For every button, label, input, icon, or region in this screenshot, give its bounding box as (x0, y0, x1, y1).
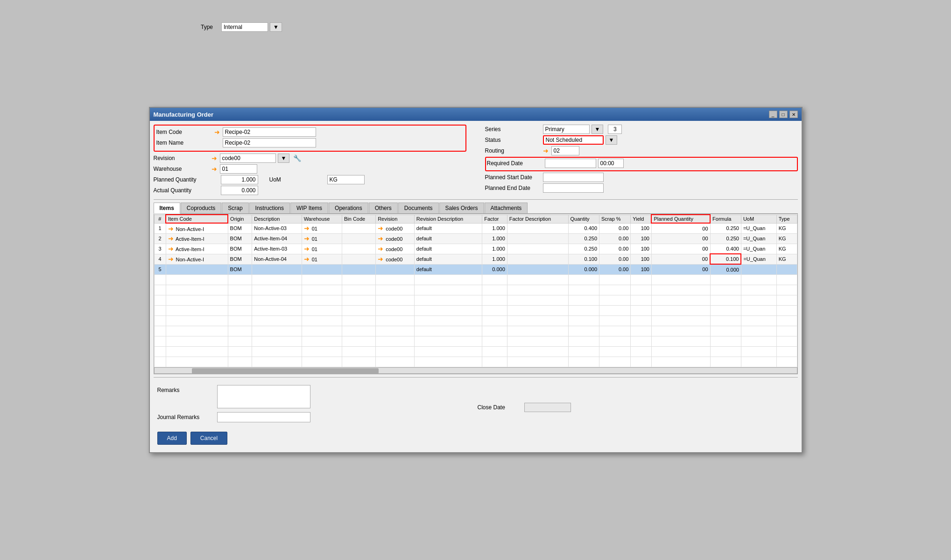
table-row-selected[interactable]: 5 BOM default 0.000 0.000 0.00 (154, 264, 797, 274)
window-title: Manufacturing Order (154, 111, 214, 118)
col-planned-qty: Planned Quantity (651, 215, 710, 223)
table-row[interactable]: 1 ➜ Non-Active-I BOM Non-Active-03 ➜ 01 … (154, 223, 797, 233)
minimize-button[interactable]: _ (769, 111, 777, 118)
remarks-input[interactable] (217, 385, 310, 408)
cancel-button[interactable]: Cancel (190, 432, 227, 445)
cell-num-2: 2 (154, 233, 166, 244)
revision-dropdown-button[interactable]: ▼ (278, 154, 290, 163)
content-area: Item Code ➜ Item Name Revision ➜ ▼ 🔧 (150, 121, 802, 452)
warehouse-arrow-icon: ➜ (211, 165, 217, 173)
scrollbar-thumb[interactable] (192, 368, 379, 374)
col-origin: Origin (228, 215, 252, 223)
cell-desc-2: Active-Item-04 (252, 233, 302, 244)
cell-factordesc-2 (507, 233, 568, 244)
cell-factor-2: 1.000 (482, 233, 507, 244)
remarks-label: Remarks (157, 385, 213, 393)
cell-warehouse-2: ➜ 01 (302, 233, 342, 244)
row4-rev-arrow: ➜ (378, 255, 383, 263)
tab-others[interactable]: Others (369, 203, 398, 213)
row2-arrow-icon: ➜ (168, 235, 174, 242)
cell-kg-2: KG (776, 233, 797, 244)
table-row[interactable]: 2 ➜ Active-Item-I BOM Active-Item-04 ➜ 0… (154, 233, 797, 244)
item-code-input[interactable] (223, 127, 316, 137)
item-name-label: Item Name (156, 140, 212, 146)
tab-attachments[interactable]: Attachments (485, 203, 528, 213)
table-row[interactable]: 3 ➜ Active-Item-I BOM Active-Item-03 ➜ 0… (154, 244, 797, 254)
routing-label: Routing (485, 147, 541, 154)
cell-desc-1: Non-Active-03 (252, 223, 302, 233)
required-date-input[interactable] (545, 159, 596, 168)
series-num-input[interactable] (608, 125, 622, 134)
tab-items[interactable]: Items (154, 203, 180, 214)
cell-bin-4 (342, 254, 375, 264)
tab-coproducts[interactable]: Coproducts (181, 203, 221, 213)
item-name-input[interactable] (223, 138, 316, 147)
cell-factordesc-4 (507, 254, 568, 264)
planned-end-input[interactable] (543, 183, 604, 193)
close-date-input[interactable] (524, 403, 571, 412)
add-button[interactable]: Add (157, 432, 187, 445)
revision-input[interactable] (220, 154, 276, 163)
actual-qty-input[interactable] (221, 186, 258, 195)
routing-input[interactable] (551, 146, 579, 155)
cell-kg-1: KG (776, 223, 797, 233)
warehouse-label: Warehouse (154, 166, 210, 172)
journal-row: Journal Remarks (157, 412, 474, 422)
tab-documents[interactable]: Documents (398, 203, 439, 213)
maximize-button[interactable]: □ (779, 111, 788, 118)
cell-num-5: 5 (154, 264, 166, 274)
type-input[interactable] (221, 22, 268, 32)
cell-scrap-1: 0.00 (599, 223, 631, 233)
cell-origin-2: BOM (228, 233, 252, 244)
cell-uom-4: =U_Quan (741, 254, 776, 264)
tab-wip[interactable]: WIP Items (290, 203, 328, 213)
series-input[interactable] (543, 125, 590, 134)
uom-input[interactable] (327, 175, 365, 184)
table-row-empty (154, 336, 797, 346)
cell-planned-5: 00 (651, 264, 710, 274)
col-num: # (154, 215, 166, 223)
tab-operations[interactable]: Operations (329, 203, 368, 213)
cell-warehouse-3: ➜ 01 (302, 244, 342, 254)
planned-start-label: Planned Start Date (485, 174, 541, 181)
table-scroll-area[interactable]: # Item Code Origin Description Warehouse… (154, 214, 797, 367)
cell-yield-5: 100 (631, 264, 652, 274)
cell-formula-2: 0.250 (710, 233, 741, 244)
table-row-empty (154, 346, 797, 357)
status-dropdown-button[interactable]: ▼ (606, 135, 618, 145)
cell-factordesc-5 (507, 264, 568, 274)
planned-end-label: Planned End Date (485, 185, 541, 191)
cell-scrap-3: 0.00 (599, 244, 631, 254)
required-date-label: Required Date (487, 160, 543, 167)
status-input[interactable] (543, 135, 604, 145)
cell-num-4: 4 (154, 254, 166, 264)
type-dropdown-button[interactable]: ▼ (270, 22, 282, 32)
planned-start-input[interactable] (543, 173, 604, 182)
row2-wh-arrow: ➜ (304, 235, 310, 242)
cell-revdesc-2: default (414, 233, 482, 244)
close-button[interactable]: ✕ (789, 111, 798, 118)
cell-formula-5: 0.000 (710, 264, 741, 274)
table-scrollbar[interactable] (154, 367, 797, 374)
tab-scrap[interactable]: Scrap (222, 203, 248, 213)
tab-sales-orders[interactable]: Sales Orders (439, 203, 484, 213)
cell-rev-2: ➜ code00 (376, 233, 415, 244)
required-time-input[interactable] (598, 159, 624, 168)
row4-arrow-icon: ➜ (168, 255, 174, 263)
cell-rev-4: ➜ code00 (376, 254, 415, 264)
cell-origin-5: BOM (228, 264, 252, 274)
col-revision: Revision (376, 215, 415, 223)
cell-warehouse-1: ➜ 01 (302, 223, 342, 233)
col-uom: UoM (741, 215, 776, 223)
tab-instructions[interactable]: Instructions (249, 203, 290, 213)
journal-input[interactable] (217, 412, 310, 422)
table-row[interactable]: 4 ➜ Non-Active-I BOM Non-Active-04 ➜ 01 … (154, 254, 797, 264)
cell-planned-1: 00 (651, 223, 710, 233)
series-dropdown-button[interactable]: ▼ (592, 125, 604, 134)
cell-yield-3: 100 (631, 244, 652, 254)
planned-qty-input[interactable] (221, 175, 258, 184)
warehouse-input[interactable] (220, 164, 257, 174)
planned-end-row: Planned End Date (485, 183, 798, 193)
uom-label: UoM (269, 176, 325, 183)
cell-origin-1: BOM (228, 223, 252, 233)
